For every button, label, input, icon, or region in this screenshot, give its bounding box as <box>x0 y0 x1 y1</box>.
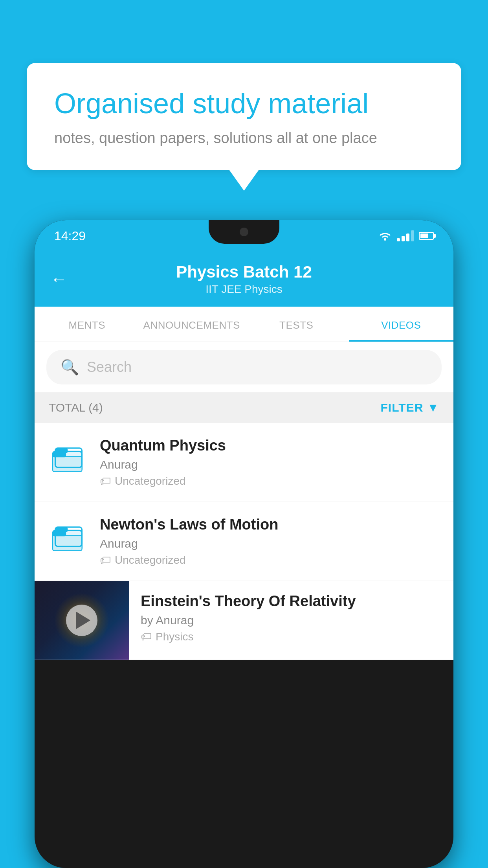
item-title: Newton's Laws of Motion <box>100 516 439 533</box>
filter-funnel-icon: ▼ <box>427 401 439 414</box>
status-time: 14:29 <box>54 229 86 243</box>
battery-icon <box>419 232 434 240</box>
batch-subtitle: IIT JEE Physics <box>79 283 409 296</box>
search-placeholder: Search <box>87 359 132 375</box>
status-icons <box>378 230 434 241</box>
search-bar[interactable]: 🔍 Search <box>46 350 442 384</box>
phone-body: 14:29 <box>35 220 453 868</box>
svg-rect-8 <box>55 527 68 532</box>
signal-icon <box>397 230 414 241</box>
tag-label: Uncategorized <box>115 554 186 566</box>
item-title: Quantum Physics <box>100 437 439 454</box>
tag-icon: 🏷 <box>141 630 152 643</box>
tab-videos[interactable]: VIDEOS <box>349 307 454 342</box>
tab-tests[interactable]: TESTS <box>244 307 349 342</box>
folder-svg <box>52 442 85 475</box>
item-tag: 🏷 Uncategorized <box>100 474 439 487</box>
tag-icon: 🏷 <box>100 474 111 487</box>
wifi-icon <box>378 230 392 241</box>
svg-rect-4 <box>55 448 68 453</box>
content-list: Quantum Physics Anurag 🏷 Uncategorized <box>35 423 453 660</box>
phone-notch <box>209 220 279 244</box>
app-header: ← Physics Batch 12 IIT JEE Physics <box>35 252 453 307</box>
video-title: Einstein's Theory Of Relativity <box>141 593 442 610</box>
play-button[interactable] <box>66 605 97 636</box>
tag-label: Physics <box>156 631 193 643</box>
video-author: by Anurag <box>141 614 442 627</box>
status-bar: 14:29 <box>35 220 453 252</box>
filter-label: FILTER <box>381 401 424 414</box>
folder-icon <box>49 439 88 478</box>
camera <box>240 228 248 236</box>
bubble-subtitle: notes, question papers, solutions all at… <box>54 130 434 147</box>
tag-label: Uncategorized <box>115 475 186 487</box>
tag-icon: 🏷 <box>100 554 111 566</box>
phone-container: 14:29 <box>35 220 453 868</box>
item-details: Quantum Physics Anurag 🏷 Uncategorized <box>100 437 439 487</box>
tabs-bar: MENTS ANNOUNCEMENTS TESTS VIDEOS <box>35 307 453 342</box>
tab-ments[interactable]: MENTS <box>35 307 139 342</box>
back-button[interactable]: ← <box>50 269 68 289</box>
item-author: Anurag <box>100 537 439 550</box>
batch-title: Physics Batch 12 <box>79 263 409 281</box>
video-tag: 🏷 Physics <box>141 630 442 643</box>
speech-bubble: Organised study material notes, question… <box>27 63 461 170</box>
search-icon: 🔍 <box>61 359 79 376</box>
folder-svg <box>52 521 85 554</box>
list-item[interactable]: Quantum Physics Anurag 🏷 Uncategorized <box>35 423 453 502</box>
folder-icon <box>49 518 88 557</box>
tab-announcements[interactable]: ANNOUNCEMENTS <box>139 307 244 342</box>
item-author: Anurag <box>100 458 439 471</box>
video-thumbnail <box>35 581 129 660</box>
play-icon <box>76 612 90 629</box>
video-item[interactable]: Einstein's Theory Of Relativity by Anura… <box>35 581 453 660</box>
search-bar-container: 🔍 Search <box>35 342 453 392</box>
header-title-block: Physics Batch 12 IIT JEE Physics <box>79 263 409 296</box>
total-label: TOTAL (4) <box>49 401 103 414</box>
list-item[interactable]: Newton's Laws of Motion Anurag 🏷 Uncateg… <box>35 502 453 581</box>
bubble-title: Organised study material <box>54 86 434 120</box>
item-details: Newton's Laws of Motion Anurag 🏷 Uncateg… <box>100 516 439 566</box>
svg-point-0 <box>384 238 386 241</box>
speech-bubble-section: Organised study material notes, question… <box>27 63 461 170</box>
video-details: Einstein's Theory Of Relativity by Anura… <box>129 581 453 655</box>
item-tag: 🏷 Uncategorized <box>100 554 439 566</box>
filter-row: TOTAL (4) FILTER ▼ <box>35 392 453 423</box>
filter-button[interactable]: FILTER ▼ <box>381 401 439 414</box>
